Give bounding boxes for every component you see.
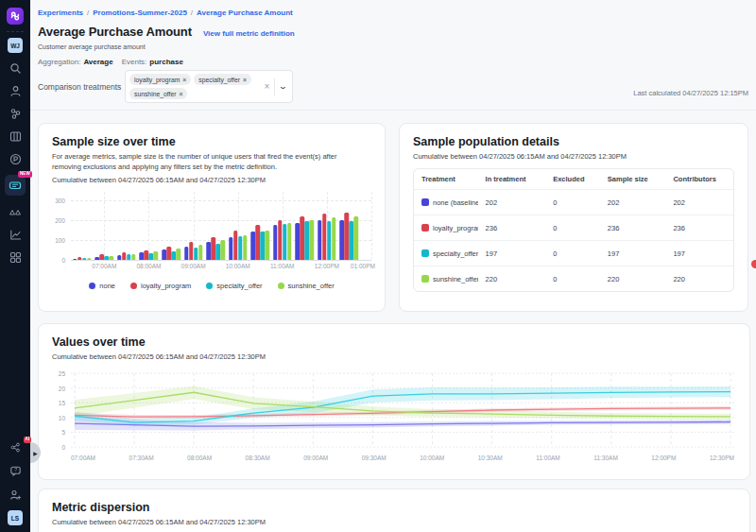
bar-specialty_offer[interactable] <box>105 256 110 260</box>
bar-none[interactable] <box>117 255 122 260</box>
bar-loyalty_program[interactable] <box>145 250 149 261</box>
bar-sunshine_offer[interactable] <box>198 245 203 260</box>
treatment-chip[interactable]: sunshine_offer× <box>129 88 187 99</box>
column-header[interactable]: Treatment <box>414 169 478 189</box>
breadcrumb-item[interactable]: Average Purchase Amount <box>197 9 293 17</box>
legend-item[interactable]: specialty_offer <box>206 282 262 290</box>
bar-loyalty_program[interactable] <box>77 257 82 260</box>
table-cell: 236 <box>665 215 733 240</box>
bar-sunshine_offer[interactable] <box>87 258 92 260</box>
support-chat-icon[interactable]: ? <box>5 464 26 477</box>
column-header[interactable]: Contributors <box>665 169 733 189</box>
metrics-icon[interactable] <box>5 228 26 241</box>
bar-none[interactable] <box>95 257 100 260</box>
bar-none[interactable] <box>162 249 166 260</box>
bar-loyalty_program[interactable] <box>211 237 215 260</box>
sample-size-bar-chart[interactable]: 010020030007:00AM08:00AM09:00AM10:00AM11… <box>52 192 371 273</box>
view-metric-definition-link[interactable]: View full metric definition <box>203 29 295 38</box>
chevron-down-icon[interactable]: ⌄ <box>278 82 288 91</box>
bar-sunshine_offer[interactable] <box>243 235 248 260</box>
clear-all-icon[interactable]: × <box>264 82 269 92</box>
bar-specialty_offer[interactable] <box>350 221 354 260</box>
bar-specialty_offer[interactable] <box>260 232 265 260</box>
statsig-logo-icon[interactable] <box>7 8 24 25</box>
dashboards-icon[interactable] <box>5 250 26 264</box>
notification-dot[interactable] <box>751 260 756 268</box>
search-icon[interactable] <box>5 61 26 75</box>
bar-none[interactable] <box>140 252 145 260</box>
bar-sunshine_offer[interactable] <box>131 254 136 260</box>
bar-group <box>117 252 136 260</box>
legend-item[interactable]: loyalty_program <box>130 282 191 290</box>
bar-specialty_offer[interactable] <box>283 224 287 260</box>
sidebar-item-experiments[interactable]: NEW <box>5 175 26 196</box>
bar-none[interactable] <box>318 220 322 260</box>
bar-none[interactable] <box>206 242 211 260</box>
bar-sunshine_offer[interactable] <box>220 240 225 260</box>
org-nodes-icon[interactable] <box>5 107 26 120</box>
values-line-chart[interactable]: 051015202507:00AM07:30AM08:00AM08:30AM09… <box>52 369 736 464</box>
bar-specialty_offer[interactable] <box>238 236 243 260</box>
treatment-chip[interactable]: loyalty_program× <box>129 74 191 85</box>
comparison-row: Comparison treatments loyalty_program×sp… <box>38 70 748 103</box>
bar-loyalty_program[interactable] <box>278 220 283 260</box>
y-tick-label: 20 <box>59 385 65 391</box>
bar-specialty_offer[interactable] <box>215 244 220 260</box>
bar-loyalty_program[interactable] <box>322 214 327 260</box>
bar-none[interactable] <box>250 232 255 260</box>
breadcrumb-item[interactable]: Promotions-Summer-2025 <box>93 9 187 17</box>
invite-user-icon[interactable] <box>5 488 26 501</box>
bar-specialty_offer[interactable] <box>327 221 332 260</box>
bar-loyalty_program[interactable] <box>345 213 350 260</box>
bar-specialty_offer[interactable] <box>171 251 176 260</box>
legend-item[interactable]: sunshine_offer <box>278 282 335 290</box>
line-plot-area <box>71 369 734 451</box>
bar-none[interactable] <box>273 225 278 260</box>
bar-sunshine_offer[interactable] <box>110 256 114 260</box>
bar-sunshine_offer[interactable] <box>332 217 336 260</box>
bar-loyalty_program[interactable] <box>100 254 105 260</box>
column-header[interactable]: Excluded <box>545 169 600 189</box>
bar-specialty_offer[interactable] <box>305 221 310 260</box>
treatment-chip[interactable]: specialty_offer× <box>194 74 251 85</box>
bar-sunshine_offer[interactable] <box>154 251 159 260</box>
bar-none[interactable] <box>229 237 233 260</box>
treatment-color-swatch <box>421 275 429 283</box>
bar-none[interactable] <box>296 223 301 260</box>
chip-remove-icon[interactable]: × <box>182 77 186 83</box>
bar-loyalty_program[interactable] <box>166 247 171 260</box>
bar-sunshine_offer[interactable] <box>354 216 359 260</box>
column-header[interactable]: In treatment <box>478 169 546 189</box>
bar-sunshine_offer[interactable] <box>265 231 269 261</box>
bar-loyalty_program[interactable] <box>122 252 127 260</box>
audiences-icon[interactable] <box>5 205 26 218</box>
releases-icon[interactable] <box>5 152 26 165</box>
bar-sunshine_offer[interactable] <box>176 249 180 260</box>
bar-loyalty_program[interactable] <box>189 242 194 260</box>
legend-item[interactable]: none <box>89 282 115 290</box>
chip-remove-icon[interactable]: × <box>179 91 182 97</box>
workspace-avatar[interactable]: WJ <box>5 39 26 52</box>
bar-specialty_offer[interactable] <box>127 254 131 260</box>
bar-none[interactable] <box>184 247 189 260</box>
chip-remove-icon[interactable]: × <box>243 77 247 83</box>
column-header[interactable]: Sample size <box>600 169 666 189</box>
y-tick-label: 25 <box>59 370 65 377</box>
bar-sunshine_offer[interactable] <box>310 220 315 260</box>
profile-icon[interactable] <box>5 84 26 97</box>
bar-none[interactable] <box>73 259 77 260</box>
bar-none[interactable] <box>340 220 345 260</box>
breadcrumb-item[interactable]: Experiments <box>38 9 83 17</box>
ai-assistant-icon[interactable]: AI <box>5 440 26 454</box>
legend-dot <box>89 283 95 289</box>
bar-loyalty_program[interactable] <box>233 231 238 260</box>
bar-sunshine_offer[interactable] <box>287 223 292 260</box>
columns-icon[interactable] <box>5 129 26 143</box>
user-avatar[interactable]: LS <box>5 511 26 524</box>
bar-loyalty_program[interactable] <box>255 225 260 260</box>
bar-specialty_offer[interactable] <box>82 258 87 260</box>
treatments-select[interactable]: loyalty_program×specialty_offer×sunshine… <box>125 70 293 103</box>
bar-loyalty_program[interactable] <box>301 216 305 260</box>
bar-specialty_offer[interactable] <box>149 253 154 260</box>
bar-specialty_offer[interactable] <box>194 248 198 260</box>
